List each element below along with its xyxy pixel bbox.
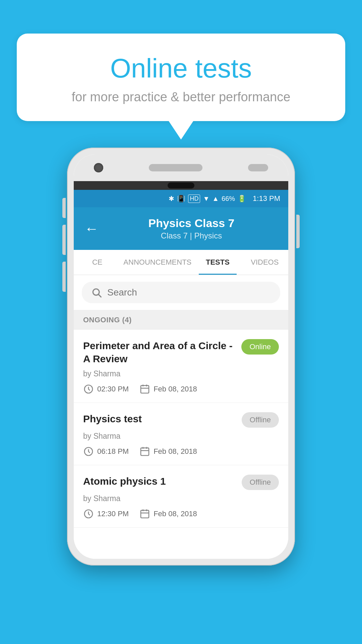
- bluetooth-icon: ✱: [169, 195, 174, 203]
- svg-line-1: [99, 294, 101, 297]
- clock-icon: [83, 446, 94, 457]
- date-meta: Feb 08, 2018: [139, 384, 197, 394]
- header-subtitle-subject: Physics: [194, 231, 222, 240]
- svg-rect-8: [141, 448, 149, 455]
- phone-outer: ✱ 📳 HD ▼ ▲ 66% 🔋 1:13 PM ← Physics Class…: [67, 148, 295, 566]
- phone-speaker: [149, 164, 202, 171]
- status-badge: Offline: [242, 412, 279, 428]
- test-date: Feb 08, 2018: [154, 447, 197, 456]
- calendar-icon: [139, 508, 150, 519]
- bubble-subtitle: for more practice & better performance: [44, 90, 318, 104]
- test-title: Atomic physics 1: [83, 475, 242, 488]
- test-time: 06:18 PM: [97, 447, 129, 456]
- status-badge: Offline: [242, 475, 279, 490]
- clock-icon: [83, 384, 94, 394]
- test-item-header: Physics test Offline: [83, 412, 279, 428]
- bubble-title: Online tests: [44, 54, 318, 83]
- speech-bubble: Online tests for more practice & better …: [17, 34, 345, 121]
- hd-badge: HD: [188, 195, 200, 203]
- header-subtitle-separator: |: [190, 231, 194, 240]
- tab-announcements[interactable]: ANNOUNCEMENTS: [121, 250, 194, 275]
- test-title: Physics test: [83, 412, 242, 425]
- test-item-header: Atomic physics 1 Offline: [83, 475, 279, 490]
- test-meta: 02:30 PM Feb 08, 2018: [83, 384, 279, 394]
- speech-bubble-container: Online tests for more practice & better …: [17, 34, 345, 121]
- svg-rect-13: [141, 510, 149, 518]
- header-title-block: Physics Class 7 Class 7 | Physics: [105, 217, 278, 240]
- search-container: [74, 275, 288, 310]
- svg-rect-3: [141, 385, 149, 393]
- tab-ce[interactable]: CE: [74, 250, 121, 275]
- header-subtitle-class: Class 7: [161, 231, 188, 240]
- date-meta: Feb 08, 2018: [139, 508, 197, 519]
- phone-inner: ✱ 📳 HD ▼ ▲ 66% 🔋 1:13 PM ← Physics Class…: [74, 154, 288, 559]
- app-header: ← Physics Class 7 Class 7 | Physics: [74, 207, 288, 250]
- back-button[interactable]: ←: [84, 221, 99, 237]
- time-meta: 06:18 PM: [83, 446, 129, 457]
- search-input-wrap[interactable]: [82, 282, 280, 303]
- clock-icon: [83, 508, 94, 519]
- test-time: 02:30 PM: [97, 385, 129, 393]
- status-time: 1:13 PM: [253, 194, 280, 203]
- test-date: Feb 08, 2018: [154, 509, 197, 518]
- signal-icon: ▲: [212, 195, 219, 203]
- phone-volume-down-button: [62, 225, 66, 255]
- search-input[interactable]: [107, 287, 271, 298]
- phone-power-button: [296, 215, 300, 248]
- screen: ✱ 📳 HD ▼ ▲ 66% 🔋 1:13 PM ← Physics Class…: [74, 190, 288, 559]
- test-author: by Sharma: [83, 369, 279, 378]
- phone-camera: [94, 163, 103, 172]
- test-item[interactable]: Atomic physics 1 Offline by Sharma 12:30…: [74, 465, 288, 528]
- phone-silent-button: [62, 262, 66, 292]
- test-title: Perimeter and Area of a Circle - A Revie…: [83, 339, 241, 365]
- search-icon: [91, 287, 102, 298]
- date-meta: Feb 08, 2018: [139, 446, 197, 457]
- status-icons: ✱ 📳 HD ▼ ▲ 66% 🔋: [169, 195, 246, 203]
- phone-sensor: [248, 164, 268, 171]
- test-meta: 12:30 PM Feb 08, 2018: [83, 508, 279, 519]
- test-author: by Sharma: [83, 494, 279, 503]
- phone-notch-bar: [74, 181, 288, 190]
- calendar-icon: [139, 384, 150, 394]
- time-meta: 02:30 PM: [83, 384, 129, 394]
- test-item[interactable]: Perimeter and Area of a Circle - A Revie…: [74, 330, 288, 403]
- phone-volume-up-button: [62, 198, 66, 218]
- test-author: by Sharma: [83, 432, 279, 441]
- phone-notch: [168, 182, 194, 189]
- test-date: Feb 08, 2018: [154, 385, 197, 393]
- calendar-icon: [139, 446, 150, 457]
- tabs-bar: CE ANNOUNCEMENTS TESTS VIDEOS: [74, 250, 288, 275]
- ongoing-section-header: ONGOING (4): [74, 310, 288, 330]
- test-time: 12:30 PM: [97, 509, 129, 518]
- test-item[interactable]: Physics test Offline by Sharma 06:18 PM: [74, 403, 288, 465]
- header-title: Physics Class 7: [105, 217, 278, 230]
- tab-tests[interactable]: TESTS: [194, 250, 241, 275]
- vibrate-icon: 📳: [177, 195, 185, 203]
- tab-videos[interactable]: VIDEOS: [241, 250, 288, 275]
- wifi-icon: ▼: [203, 195, 209, 203]
- status-bar: ✱ 📳 HD ▼ ▲ 66% 🔋 1:13 PM: [74, 190, 288, 207]
- status-badge: Online: [241, 339, 279, 355]
- battery-percent: 66%: [222, 195, 235, 203]
- phone-top-bar: [74, 154, 288, 181]
- header-subtitle: Class 7 | Physics: [105, 231, 278, 240]
- test-item-header: Perimeter and Area of a Circle - A Revie…: [83, 339, 279, 365]
- phone-mockup: ✱ 📳 HD ▼ ▲ 66% 🔋 1:13 PM ← Physics Class…: [67, 148, 295, 566]
- battery-icon: 🔋: [238, 195, 246, 203]
- test-meta: 06:18 PM Feb 08, 2018: [83, 446, 279, 457]
- time-meta: 12:30 PM: [83, 508, 129, 519]
